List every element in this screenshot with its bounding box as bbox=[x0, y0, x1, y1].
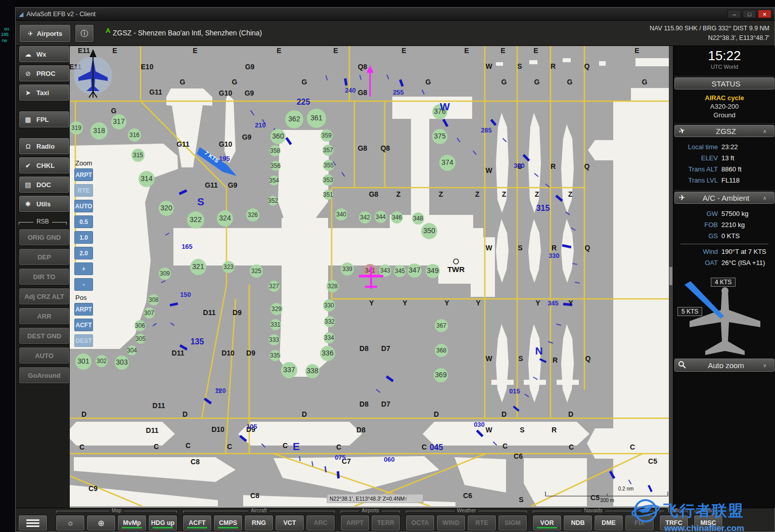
rsb-button-dir-to[interactable]: DIR TO bbox=[19, 269, 69, 285]
header-bar: ✈ Airports ⓘ A ZGSZ - Shenzen Bao'an Int… bbox=[16, 21, 774, 46]
sidebar-item-wx[interactable]: ☁Wx bbox=[19, 46, 69, 62]
rsb-button-arr[interactable]: ARR bbox=[19, 308, 69, 324]
taxiway-label: E bbox=[401, 47, 406, 55]
toolbar-button-hdg-up[interactable]: HDG up bbox=[149, 515, 177, 530]
rsb-button-adj-crz-alt[interactable]: Adj CRZ ALT bbox=[19, 288, 69, 304]
watermark: 飞行者联盟 www.chinaflier.com bbox=[631, 497, 772, 532]
taxiway-label: Z bbox=[568, 190, 573, 198]
row-label: Local time bbox=[673, 142, 718, 153]
minimize-button[interactable]: – bbox=[727, 10, 741, 18]
zgsz-header[interactable]: ✈ ZGSZ ∧ bbox=[674, 125, 774, 137]
taxiway-letter-large: W bbox=[440, 101, 450, 112]
toolbar-button-cmps[interactable]: CMPS bbox=[214, 515, 242, 530]
heading-label: 030 bbox=[474, 421, 485, 428]
heading-label: 345 bbox=[548, 299, 559, 307]
taxiway-label: G bbox=[534, 78, 540, 86]
pos-button-acft[interactable]: ACFT bbox=[74, 319, 93, 331]
zoom-button-arpt[interactable]: ARPT bbox=[74, 168, 93, 181]
taxiway-label: G bbox=[502, 78, 507, 86]
status-header[interactable]: STATUS bbox=[674, 77, 774, 90]
toolbar-button-wind[interactable]: WIND bbox=[437, 515, 465, 530]
toolbar-button-terr[interactable]: TERR bbox=[372, 515, 400, 530]
toolbar-button-ndb[interactable]: NDB bbox=[564, 515, 592, 530]
rsb-button-dest-gnd[interactable]: DEST GND bbox=[19, 328, 69, 344]
heading-label: 150 bbox=[180, 291, 191, 298]
gate-number: 360 bbox=[272, 132, 284, 140]
gate-number: 357 bbox=[323, 147, 333, 154]
toolbar-button-rte[interactable]: RTE bbox=[468, 515, 496, 530]
auto-zoom-dropdown[interactable]: Auto zoom ∨ bbox=[674, 359, 774, 372]
pavement-foot bbox=[557, 380, 579, 385]
sidebar-item-radio[interactable]: ΩRadio bbox=[19, 138, 69, 154]
airport-title: ZGSZ - Shenzen Bao'an Intl, Shenzhen (Ch… bbox=[113, 29, 262, 37]
menu-button[interactable] bbox=[19, 515, 47, 530]
map-area[interactable]: 3193183173163153143203223243263213233253… bbox=[70, 46, 673, 516]
sidebar-item-fpl[interactable]: ▦FPL bbox=[19, 111, 69, 127]
toolbar-button-acft[interactable]: ACFT bbox=[183, 515, 211, 530]
airports-button[interactable]: ✈ Airports bbox=[20, 25, 70, 42]
gate-number: 304 bbox=[127, 347, 137, 354]
toolbar-button-mvmp[interactable]: MvMp bbox=[118, 515, 146, 530]
taxiway-label: C bbox=[422, 443, 427, 451]
gate-number: 317 bbox=[113, 117, 125, 125]
rsb-button-goaround[interactable]: GoAround bbox=[19, 367, 69, 383]
terminal-shape bbox=[392, 97, 472, 119]
gate-number: 330 bbox=[324, 302, 334, 309]
holdshort-mark bbox=[575, 282, 580, 283]
title-bar[interactable]: ◢ AivlaSoft EFB v2 - Client – □ × bbox=[16, 8, 774, 21]
zoom-button-0.5[interactable]: 0.5 bbox=[74, 215, 93, 228]
taxiway-label: G8 bbox=[369, 190, 379, 198]
toolbar-button-vor[interactable]: VOR bbox=[533, 515, 561, 530]
zoom-button-1.0[interactable]: 1.0 bbox=[74, 231, 93, 244]
sidebar-item-chkl[interactable]: ✔CHKL bbox=[19, 157, 69, 173]
sidebar-item-utils[interactable]: ✱Utils bbox=[19, 196, 69, 212]
taxiway-label: Q8 bbox=[381, 144, 390, 152]
toolbar-button-dme[interactable]: DME bbox=[595, 515, 623, 530]
taxiway-label: D bbox=[183, 410, 188, 418]
sidebar-item-taxi[interactable]: ➤Taxi bbox=[19, 84, 69, 101]
terminal-shape bbox=[278, 130, 329, 219]
taxiway-label: W bbox=[485, 166, 492, 174]
zoom-button-2.0[interactable]: 2.0 bbox=[74, 247, 93, 259]
row-value: 13 ft bbox=[721, 153, 734, 164]
rsb-button-auto[interactable]: AUTO bbox=[19, 347, 69, 364]
maximize-button[interactable]: □ bbox=[743, 10, 756, 18]
taxiway-label: C5 bbox=[590, 494, 600, 502]
info-button[interactable]: ⓘ bbox=[75, 25, 94, 42]
taxiway-label: R bbox=[552, 426, 557, 434]
toolbar-button-arpt[interactable]: ARPT bbox=[341, 515, 369, 530]
ambient-header[interactable]: ✈ A/C - Ambient ∧ bbox=[674, 192, 774, 204]
toolbar-button-rng[interactable]: RNG bbox=[245, 515, 273, 530]
airport-ground-chart[interactable]: 3193183173163153143203223243263213233253… bbox=[70, 46, 673, 513]
taxiway-label: D bbox=[434, 410, 439, 418]
sidebar-item-doc[interactable]: ▤DOC bbox=[19, 176, 69, 193]
sidebar-item-proc[interactable]: ⊘PROC bbox=[19, 65, 69, 81]
toolbar-button-vct[interactable]: VCT bbox=[276, 515, 304, 530]
taxiway-label: C9 bbox=[88, 484, 98, 493]
zoom-button-auto[interactable]: AUTO bbox=[74, 200, 93, 212]
toolbar-button-globe[interactable]: ⊕ bbox=[87, 515, 115, 530]
toolbar-button-brightness[interactable]: ☼ bbox=[56, 515, 84, 530]
zoom-button-+[interactable]: + bbox=[74, 262, 93, 275]
toolbar-button-octa[interactable]: OCTA bbox=[406, 515, 434, 530]
close-button[interactable]: × bbox=[758, 10, 771, 18]
rsb-button-dep[interactable]: DEP bbox=[19, 249, 69, 265]
taxiway-label: Q bbox=[585, 354, 591, 363]
collapse-chevron-icon[interactable]: ∧ bbox=[763, 128, 774, 134]
row-value: 8860 ft bbox=[721, 164, 742, 175]
zoom-button--[interactable]: - bbox=[74, 278, 93, 291]
ambient-data-rows: Wind190°T at 7 KTSOAT26°C (ISA +11) bbox=[673, 246, 775, 271]
toolbar-button-sigm[interactable]: SIGM bbox=[498, 515, 527, 530]
toolbar-button-arc[interactable]: ARC bbox=[306, 515, 335, 530]
collapse-chevron-icon[interactable]: ∧ bbox=[763, 195, 774, 201]
gate-number: 353 bbox=[323, 176, 333, 184]
info-icon: ⓘ bbox=[81, 29, 88, 38]
pos-label: Pos bbox=[75, 294, 97, 301]
pos-button-arpt[interactable]: ARPT bbox=[74, 303, 93, 316]
taxiway-label: G8 bbox=[358, 144, 368, 152]
screen: ou185ne ◢ AivlaSoft EFB v2 - Client – □ … bbox=[0, 0, 775, 532]
taxiway-label: E11 bbox=[78, 47, 90, 55]
row-label: Trans ALT bbox=[673, 164, 718, 175]
map-vertical-scrollbar[interactable] bbox=[669, 46, 673, 516]
rsb-button-orig-gnd[interactable]: ORIG GND bbox=[19, 229, 69, 245]
